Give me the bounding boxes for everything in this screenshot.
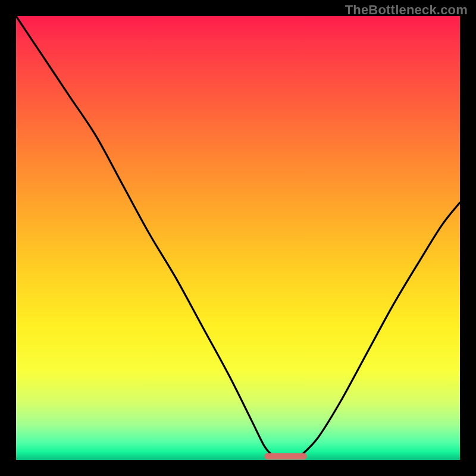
chart-svg — [16, 16, 460, 460]
bottleneck-curve-right — [300, 202, 460, 456]
outer-frame: TheBottleneck.com — [0, 0, 476, 476]
bottleneck-marker — [265, 453, 307, 460]
bottleneck-curve-left — [16, 16, 274, 456]
plot-area — [16, 16, 460, 460]
